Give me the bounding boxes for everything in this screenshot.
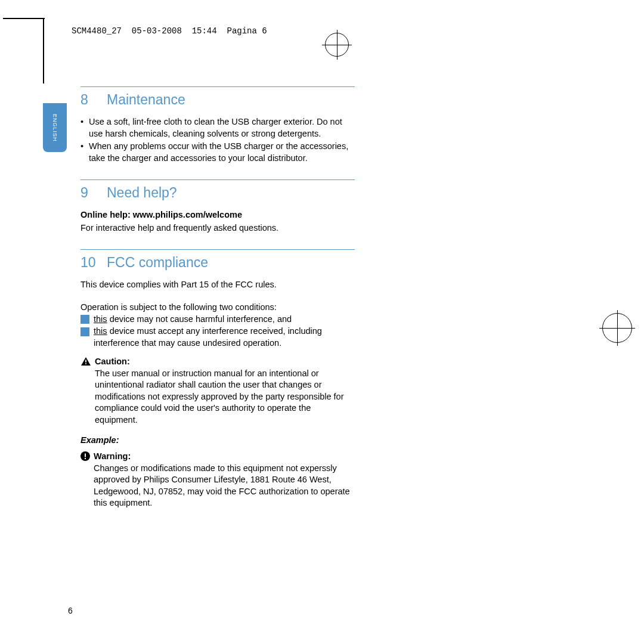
- header-filename: SCM4480_27: [72, 26, 122, 36]
- cond2-text: device must accept any interference rece…: [94, 326, 322, 348]
- list-item: When any problems occur with the USB cha…: [80, 141, 355, 164]
- section-title: Maintenance: [107, 92, 185, 107]
- warning-block: Warning: Changes or modifications made t…: [80, 451, 355, 509]
- section-heading-maintenance: 8Maintenance: [80, 92, 355, 108]
- header-pageinfo: Pagina 6: [227, 26, 267, 36]
- section-number: 8: [80, 92, 107, 108]
- caution-text: The user manual or instruction manual fo…: [95, 368, 355, 426]
- fcc-intro: This device complies with Part 15 of the…: [80, 279, 355, 291]
- svg-rect-0: [85, 360, 86, 363]
- list-item: Use a soft, lint-free cloth to clean the…: [80, 116, 355, 140]
- warning-label: Warning:: [94, 451, 131, 461]
- header-date: 05-03-2008: [132, 26, 182, 36]
- underline-this: this: [94, 314, 107, 324]
- crop-mark-horizontal: [3, 18, 45, 19]
- fcc-condition-1: 1 this device may not cause harmful inte…: [80, 314, 355, 326]
- section-title: FCC compliance: [107, 255, 208, 270]
- registration-mark-right: [602, 313, 632, 343]
- section-number: 9: [80, 185, 107, 201]
- page-content: 8Maintenance Use a soft, lint-free cloth…: [80, 86, 355, 509]
- registration-mark-top: [325, 33, 349, 57]
- maintenance-list: Use a soft, lint-free cloth to clean the…: [80, 116, 355, 164]
- online-help-text: For interactive help and frequently aske…: [80, 222, 355, 234]
- section-title: Need help?: [107, 185, 177, 200]
- example-label: Example:: [80, 435, 355, 447]
- svg-rect-4: [85, 458, 86, 459]
- number-box-2: 2: [80, 327, 89, 336]
- online-help-subhead: Online help: www.philips.com/welcome: [80, 209, 355, 221]
- header-time: 15:44: [192, 26, 217, 36]
- section-heading-fcc: 10FCC compliance: [80, 255, 355, 271]
- caution-block: Caution: The user manual or instruction …: [80, 356, 355, 426]
- caution-label: Caution:: [95, 357, 130, 366]
- section-number: 10: [80, 255, 107, 271]
- section-rule: [80, 86, 355, 87]
- section-heading-needhelp: 9Need help?: [80, 185, 355, 201]
- print-header: SCM4480_27 05-03-2008 15:44 Pagina 6: [72, 26, 267, 36]
- underline-this: this: [94, 326, 107, 336]
- fcc-condition-2: 2 this device must accept any interferen…: [80, 326, 355, 349]
- page-number: 6: [68, 606, 73, 615]
- svg-rect-1: [85, 363, 86, 364]
- section-rule: [80, 179, 355, 180]
- section-rule: [80, 249, 355, 250]
- language-tab-label: ENGLISH: [52, 114, 58, 142]
- number-box-1: 1: [80, 315, 89, 324]
- cond1-text: device may not cause harmful interferenc…: [107, 314, 292, 324]
- caution-icon: [80, 357, 91, 366]
- warning-text: Changes or modifications made to this eq…: [94, 463, 355, 509]
- svg-rect-3: [85, 454, 86, 457]
- warning-icon: [80, 451, 90, 461]
- fcc-conditions-intro: Operation is subject to the following tw…: [80, 302, 355, 314]
- language-tab: ENGLISH: [43, 103, 67, 152]
- crop-mark-vertical: [43, 18, 44, 83]
